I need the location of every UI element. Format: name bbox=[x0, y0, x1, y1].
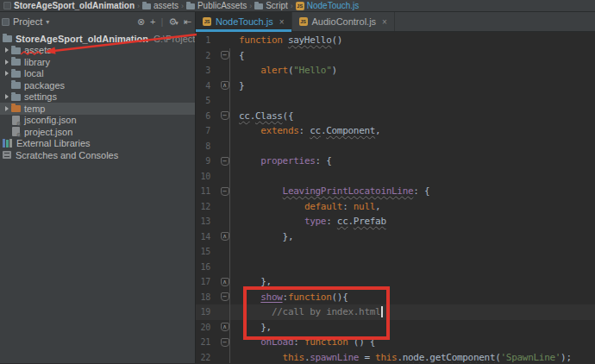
line-number[interactable]: 6 bbox=[196, 109, 210, 124]
tree-item-jsconfig-json[interactable]: jsconfig.json bbox=[0, 115, 195, 127]
breadcrumb-item-script[interactable]: Script bbox=[253, 1, 290, 10]
line-number[interactable]: 10 bbox=[196, 169, 210, 185]
code-token: }, bbox=[260, 322, 272, 333]
code-token: } bbox=[239, 80, 244, 91]
fold-marker-icon[interactable]: ∧ bbox=[221, 323, 229, 331]
line-number[interactable]: 2 bbox=[196, 48, 210, 64]
fold-marker-icon[interactable]: ∧ bbox=[221, 278, 229, 286]
expand-arrow-icon[interactable] bbox=[3, 47, 10, 53]
breadcrumb-item-storeagesport_oldanimation[interactable]: StoreAgeSport_oldAnimation bbox=[2, 1, 136, 10]
line-number[interactable]: 17 bbox=[196, 274, 210, 290]
tree-item-local[interactable]: local bbox=[0, 68, 195, 80]
tree-item-scratches-and-consoles[interactable]: Scratches and Consoles bbox=[0, 149, 195, 161]
tab-audiocontrol.js[interactable]: JSAudioControl.js× bbox=[292, 12, 395, 31]
line-number[interactable]: 22 bbox=[196, 350, 210, 364]
tree-item-temp[interactable]: temp bbox=[0, 103, 195, 115]
code-line[interactable]: 15 bbox=[196, 244, 595, 260]
code-token bbox=[239, 65, 260, 76]
breadcrumb-item-publicassets[interactable]: PublicAssets bbox=[185, 1, 248, 10]
code-token: ({ bbox=[283, 110, 294, 122]
code-line[interactable]: 8 bbox=[196, 139, 595, 154]
tree-item-library[interactable]: library bbox=[0, 56, 195, 68]
fold-marker-icon[interactable]: − bbox=[221, 292, 229, 301]
line-number[interactable]: 7 bbox=[196, 123, 210, 139]
code-editor[interactable]: 1function sayHello()2−{3 alert("Hello")4… bbox=[196, 32, 595, 363]
code-line[interactable]: 14∧ }, bbox=[196, 229, 595, 245]
line-number[interactable]: 11 bbox=[196, 184, 210, 199]
excluded-folder-icon bbox=[11, 105, 21, 112]
line-number[interactable]: 9 bbox=[196, 154, 210, 169]
line-number[interactable]: 20 bbox=[196, 320, 210, 336]
line-number[interactable]: 19 bbox=[196, 304, 210, 320]
code-token: this bbox=[375, 352, 397, 363]
code-line[interactable]: 22 this.spawnLine = this.node.getCompone… bbox=[196, 350, 595, 364]
project-panel-title[interactable]: Project bbox=[13, 16, 42, 27]
code-line[interactable]: 5 bbox=[196, 93, 595, 109]
code-line[interactable]: 6−cc.Class({ bbox=[196, 109, 595, 124]
collapse-all-icon[interactable]: + bbox=[150, 17, 155, 27]
line-number[interactable]: 1 bbox=[196, 33, 210, 48]
close-icon[interactable]: × bbox=[382, 17, 387, 27]
js-file-icon: JS bbox=[296, 2, 304, 10]
fold-marker-icon[interactable]: − bbox=[221, 157, 229, 166]
code-line[interactable]: 18− show:function(){ bbox=[196, 290, 595, 305]
fold-marker-icon[interactable]: − bbox=[221, 111, 229, 120]
fold-marker-icon[interactable]: − bbox=[221, 51, 229, 60]
line-number[interactable]: 18 bbox=[196, 290, 210, 305]
line-number[interactable]: 21 bbox=[196, 335, 210, 350]
code-line[interactable]: 20∧ }, bbox=[196, 320, 595, 336]
locate-file-icon[interactable]: ⊗ bbox=[137, 17, 145, 27]
breadcrumb-item-nodetouch.js[interactable]: JSNodeTouch.js bbox=[294, 1, 361, 10]
line-number[interactable]: 5 bbox=[196, 93, 210, 109]
fold-marker-icon[interactable]: ∧ bbox=[221, 232, 229, 241]
tree-item-settings[interactable]: settings bbox=[0, 91, 195, 104]
expand-arrow-icon[interactable] bbox=[3, 106, 10, 111]
code-text: default: null, bbox=[239, 199, 380, 215]
line-number[interactable]: 12 bbox=[196, 199, 210, 215]
chevron-down-icon[interactable]: ▾ bbox=[46, 18, 49, 26]
tree-item-storeagesport-oldanimation[interactable]: StoreAgeSport_oldAnimationC:\Projects\CO… bbox=[0, 33, 195, 45]
settings-icon[interactable]: ⚙▾ bbox=[168, 17, 178, 27]
line-number[interactable]: 16 bbox=[196, 260, 210, 275]
line-number[interactable]: 3 bbox=[196, 63, 210, 78]
code-line[interactable]: 12 default: null, bbox=[196, 199, 595, 215]
code-line[interactable]: 10 bbox=[196, 169, 595, 185]
code-line[interactable]: 11− LeavingPrintLocatoinLine: { bbox=[196, 184, 595, 199]
line-number[interactable]: 13 bbox=[196, 214, 210, 229]
tree-item-project-json[interactable]: project.json bbox=[0, 126, 195, 138]
line-number[interactable]: 8 bbox=[196, 139, 210, 154]
code-line[interactable]: 2−{ bbox=[196, 48, 595, 64]
tab-nodetouch.js[interactable]: JSNodeTouch.js× bbox=[196, 12, 292, 31]
tree-item-packages[interactable]: packages bbox=[0, 79, 195, 91]
code-token: function bbox=[288, 292, 332, 303]
code-line[interactable]: 7 extends: cc.Component, bbox=[196, 123, 595, 139]
code-line[interactable]: 9− properties: { bbox=[196, 154, 595, 169]
tree-item-label: StoreAgeSport_oldAnimation bbox=[16, 34, 148, 44]
expand-arrow-icon[interactable] bbox=[3, 94, 10, 99]
fold-column: − bbox=[210, 157, 239, 166]
code-text: }, bbox=[239, 320, 272, 336]
line-number[interactable]: 15 bbox=[196, 244, 210, 260]
fold-marker-icon[interactable]: − bbox=[221, 187, 229, 196]
code-line[interactable]: 17∧ }, bbox=[196, 274, 595, 290]
fold-marker-icon[interactable]: − bbox=[221, 338, 229, 347]
code-line[interactable]: 1function sayHello() bbox=[196, 33, 595, 48]
code-token: cc bbox=[310, 125, 321, 136]
code-line[interactable]: 3 alert("Hello") bbox=[196, 63, 595, 78]
code-line[interactable]: 19 //call by index.html bbox=[196, 304, 595, 320]
expand-arrow-icon[interactable] bbox=[3, 71, 10, 76]
fold-marker-icon[interactable]: ∧ bbox=[221, 81, 229, 90]
code-text: }, bbox=[239, 229, 293, 245]
expand-arrow-icon[interactable] bbox=[3, 60, 10, 65]
code-line[interactable]: 16 bbox=[196, 260, 595, 275]
code-line[interactable]: 4∧} bbox=[196, 78, 595, 94]
line-number[interactable]: 4 bbox=[196, 78, 210, 94]
code-line[interactable]: 21− onLoad: function () { bbox=[196, 335, 595, 350]
line-number[interactable]: 14 bbox=[196, 229, 210, 245]
hide-panel-icon[interactable]: ⇤ bbox=[184, 17, 191, 27]
tree-item-external-libraries[interactable]: External Libraries bbox=[0, 138, 195, 150]
tree-item-assets[interactable]: assets bbox=[0, 45, 195, 57]
breadcrumb-item-assets[interactable]: assets bbox=[141, 1, 180, 10]
code-line[interactable]: 13 type: cc.Prefab bbox=[196, 214, 595, 229]
close-icon[interactable]: × bbox=[279, 17, 285, 27]
